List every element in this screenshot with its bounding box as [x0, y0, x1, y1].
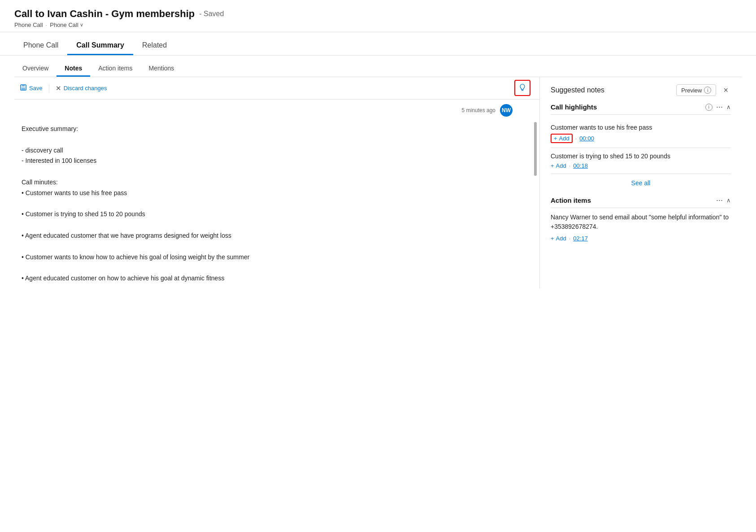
notes-line-blank4 — [22, 220, 513, 231]
notes-line-7: • Customer wants to know how to achieve … — [22, 252, 513, 263]
highlights-info-icon[interactable]: i — [705, 104, 713, 111]
notes-content[interactable]: Executive summary: - discovery call - In… — [14, 119, 539, 288]
save-button[interactable]: Save — [14, 82, 48, 95]
action-item-actions: + Add · 02:17 — [551, 235, 731, 242]
timestamp-1[interactable]: 00:18 — [573, 162, 588, 169]
breadcrumb-item2: Phone Call — [50, 22, 78, 28]
lightbulb-icon — [518, 83, 527, 92]
add-label-1: Add — [556, 162, 566, 169]
main-tabs: Phone Call Call Summary Related — [0, 36, 756, 56]
action-items-more-icon[interactable]: ··· — [716, 196, 723, 205]
plus-icon-1: + — [551, 162, 554, 169]
chevron-down-icon: ∨ — [80, 22, 83, 28]
notes-line-3: Call minutes: — [22, 177, 513, 188]
toolbar-divider — [49, 84, 49, 93]
scrollbar-thumb — [534, 122, 537, 176]
action-item-text: Nancy Warner to send email about "some h… — [551, 213, 731, 231]
lightbulb-button[interactable] — [514, 80, 530, 96]
plus-icon-action: + — [551, 235, 554, 242]
highlights-collapse-icon[interactable]: ∧ — [726, 104, 731, 110]
close-icon: ✕ — [56, 84, 61, 92]
action-items-section: Action items ··· ∧ Nancy Warner to send … — [551, 196, 731, 242]
notes-line-4: • Customer wants to use his free pass — [22, 188, 513, 199]
sub-tabs: Overview Notes Action items Mentions — [14, 60, 742, 77]
close-panel-button[interactable]: × — [721, 85, 731, 96]
action-items-collapse-icon[interactable]: ∧ — [726, 197, 731, 204]
notes-meta: 5 minutes ago NW — [14, 100, 539, 119]
preview-label: Preview — [681, 87, 702, 94]
action-items-header: Action items ··· ∧ — [551, 196, 731, 208]
add-highlight-0-button[interactable]: + Add — [551, 134, 573, 143]
suggested-notes-panel: Suggested notes Preview i × Call highlig… — [540, 77, 742, 288]
notes-line-1: - discovery call — [22, 145, 513, 156]
subtab-notes[interactable]: Notes — [56, 60, 90, 77]
subtab-action-items[interactable]: Action items — [90, 60, 140, 77]
notes-toolbar: Save ✕ Discard changes — [14, 77, 539, 100]
action-separator: · — [569, 235, 571, 242]
subtab-mentions[interactable]: Mentions — [141, 60, 182, 77]
notes-line-blank3 — [22, 199, 513, 209]
discard-button[interactable]: ✕ Discard changes — [50, 82, 113, 95]
timestamp: 5 minutes ago — [462, 107, 495, 113]
highlight-text-0: Customer wants to use his free pass — [551, 124, 731, 131]
add-action-label: Add — [556, 235, 566, 242]
highlight-actions-1: + Add · 00:18 — [551, 162, 731, 169]
content-area: Overview Notes Action items Mentions — [0, 56, 756, 288]
notes-line-blank1 — [22, 135, 513, 145]
save-icon — [20, 84, 27, 92]
highlight-actions-0: + Add · 00:00 — [551, 134, 731, 143]
subtab-overview[interactable]: Overview — [14, 60, 56, 77]
call-highlights-header: Call highlights i ··· ∧ — [551, 102, 731, 115]
highlights-more-icon[interactable]: ··· — [716, 102, 723, 112]
notes-line-6: • Agent educated customer that we have p… — [22, 231, 513, 241]
breadcrumb-dot: · — [46, 22, 48, 28]
notes-line-8: • Agent educated customer on how to achi… — [22, 273, 513, 284]
tab-related[interactable]: Related — [133, 36, 176, 55]
notes-line-blank5 — [22, 241, 513, 252]
svg-rect-3 — [521, 89, 524, 90]
svg-rect-2 — [22, 87, 25, 90]
tab-phone-call[interactable]: Phone Call — [14, 36, 67, 55]
save-label: Save — [29, 85, 43, 92]
discard-label: Discard changes — [64, 85, 107, 92]
plus-icon-0: + — [554, 135, 557, 142]
see-all-link[interactable]: See all — [551, 174, 731, 189]
notes-line-blank6 — [22, 262, 513, 273]
add-action-item-button[interactable]: + Add — [551, 235, 566, 242]
timestamp-0[interactable]: 00:00 — [579, 135, 594, 142]
breadcrumb-dropdown[interactable]: Phone Call ∨ — [50, 22, 83, 28]
notes-editor: Save ✕ Discard changes 5 m — [14, 77, 540, 288]
scrollbar-track[interactable] — [534, 113, 537, 288]
notes-line-0: Executive summary: — [22, 124, 513, 135]
avatar: NW — [500, 104, 513, 117]
svg-rect-4 — [521, 90, 523, 91]
add-highlight-1-button[interactable]: + Add — [551, 162, 566, 169]
separator-0: · — [575, 135, 577, 142]
notes-line-5: • Customer is trying to shed 15 to 20 po… — [22, 209, 513, 220]
separator-1: · — [569, 162, 571, 169]
notes-line-blank2 — [22, 166, 513, 177]
call-highlights-title: Call highlights — [551, 103, 702, 111]
preview-button[interactable]: Preview i — [676, 84, 716, 96]
action-items-title: Action items — [551, 196, 713, 204]
preview-info-icon: i — [704, 87, 711, 94]
highlight-item-1: Customer is trying to shed 15 to 20 poun… — [551, 148, 731, 174]
suggested-notes-title: Suggested notes — [551, 86, 672, 94]
notes-area: Save ✕ Discard changes 5 m — [14, 77, 742, 288]
suggested-notes-header: Suggested notes Preview i × — [551, 84, 731, 96]
breadcrumb-item1: Phone Call — [14, 22, 43, 28]
tab-call-summary[interactable]: Call Summary — [67, 36, 133, 55]
saved-status: - Saved — [199, 10, 224, 18]
title-text: Call to Ivan Cashin - Gym membership — [14, 8, 195, 20]
highlight-item-0: Customer wants to use his free pass + Ad… — [551, 119, 731, 148]
page-header: Call to Ivan Cashin - Gym membership - S… — [0, 0, 756, 32]
highlight-text-1: Customer is trying to shed 15 to 20 poun… — [551, 153, 731, 160]
notes-line-2: - Interested in 100 licenses — [22, 156, 513, 166]
breadcrumb: Phone Call · Phone Call ∨ — [14, 22, 742, 28]
close-icon: × — [723, 86, 728, 95]
svg-rect-1 — [22, 85, 25, 87]
add-label-0: Add — [559, 135, 569, 142]
action-timestamp[interactable]: 02:17 — [573, 235, 588, 242]
page-title: Call to Ivan Cashin - Gym membership - S… — [14, 8, 742, 20]
